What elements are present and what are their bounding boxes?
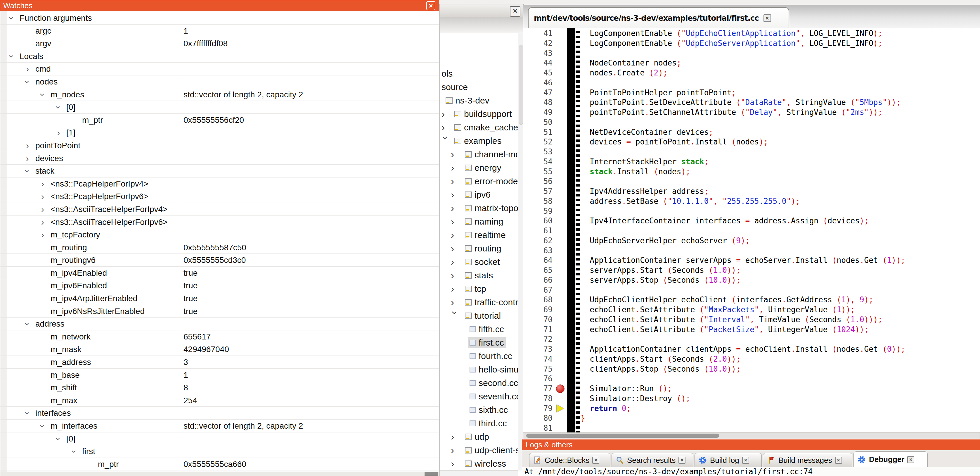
tree-item-fifth-cc[interactable]: fifth.cc	[440, 323, 518, 336]
chevron-down-icon[interactable]: ›	[37, 90, 48, 100]
tree-horizontal-scrollbar[interactable]	[440, 470, 518, 476]
chevron-right-icon[interactable]: ›	[38, 216, 48, 228]
tree-cell[interactable]: error-model	[463, 176, 518, 187]
tree-item-socket[interactable]: ›socket	[440, 255, 518, 269]
code-line-42[interactable]: 42 LogComponentEnable ("UdpEchoServerApp…	[523, 38, 980, 48]
close-icon[interactable]: ×	[426, 1, 435, 10]
tree-scrollbar-thumb[interactable]	[519, 45, 523, 125]
tree-item-tcp[interactable]: ›tcp	[440, 282, 518, 296]
tree-cell[interactable]: tcp	[463, 283, 488, 294]
code-line-61[interactable]: 61	[523, 226, 980, 236]
watch-row[interactable]: ›stack	[0, 165, 439, 177]
chevron-right-icon[interactable]: ›	[451, 282, 460, 295]
chevron-right-icon[interactable]: ›	[451, 148, 460, 161]
code-line-74[interactable]: 74 clientApps.Start (Seconds (2.0));	[523, 354, 980, 364]
line-number[interactable]: 50	[523, 117, 552, 127]
watch-row[interactable]: argc1	[0, 24, 439, 37]
tree-item-error-model[interactable]: ›error-model	[440, 174, 518, 188]
tree-item-first-cc[interactable]: first.cc	[440, 336, 518, 350]
tree-item-examples[interactable]: ›examples	[440, 134, 518, 148]
line-number[interactable]: 70	[523, 315, 552, 324]
tree-item-channel-models[interactable]: ›channel-models	[440, 148, 518, 161]
tree-item-traffic-control[interactable]: ›traffic-control	[440, 296, 518, 309]
close-icon[interactable]: ×	[678, 457, 686, 464]
code-line-60[interactable]: 60 Ipv4InterfaceContainer interfaces = a…	[523, 216, 980, 226]
tree-item-hello-simulator-cc[interactable]: hello-simulator.cc	[440, 363, 518, 376]
line-number[interactable]: 80	[523, 413, 552, 423]
chevron-right-icon[interactable]: ›	[451, 188, 460, 201]
line-number[interactable]: 65	[523, 265, 552, 275]
watch-row[interactable]: argv0x7fffffffdf08	[0, 37, 439, 50]
line-number[interactable]: 42	[523, 38, 552, 48]
chevron-right-icon[interactable]: ›	[38, 203, 48, 215]
logs-tab-code-blocks[interactable]: Code::Blocks×	[529, 453, 610, 467]
tree-item-fourth-cc[interactable]: fourth.cc	[440, 350, 518, 363]
line-number[interactable]: 61	[523, 226, 552, 236]
line-number[interactable]: 56	[523, 176, 552, 186]
watch-row[interactable]: ›[1]	[0, 126, 439, 139]
chevron-right-icon[interactable]: ›	[54, 127, 64, 139]
chevron-right-icon[interactable]: ›	[451, 269, 460, 281]
close-icon[interactable]: ×	[742, 457, 749, 464]
tree-cell[interactable]: udp-client-server	[463, 445, 518, 456]
watch-row[interactable]: ›cmd	[0, 62, 439, 75]
line-number[interactable]: 72	[523, 334, 552, 344]
logs-tab-search-results[interactable]: Search results×	[612, 453, 694, 467]
chevron-down-icon[interactable]: ›	[22, 319, 33, 329]
line-number[interactable]: 46	[523, 78, 552, 88]
watch-row[interactable]: m_ipv6NsRsJitterEnabledtrue	[0, 305, 439, 318]
watch-row[interactable]: m_network655617	[0, 331, 439, 343]
management-caption-bar[interactable]: ×	[440, 5, 523, 17]
tree-cell[interactable]: ols	[440, 68, 454, 79]
close-icon[interactable]: ×	[907, 456, 914, 463]
editor-scrollbar-thumb[interactable]	[526, 434, 719, 438]
watch-row[interactable]: ›m_nodesstd::vector of length 2, capacit…	[0, 88, 439, 101]
code-line-44[interactable]: 44 NodeContainer nodes;	[523, 58, 980, 68]
code-line-79[interactable]: 79 return 0;	[523, 404, 980, 414]
line-number[interactable]: 49	[523, 107, 552, 117]
tree-cell[interactable]: cmake_cache	[453, 122, 518, 133]
code-line-56[interactable]: 56	[523, 176, 980, 186]
close-icon[interactable]: ×	[592, 457, 599, 464]
tree-item-stats[interactable]: ›stats	[440, 269, 518, 282]
tree-cell[interactable]: ipv6	[463, 189, 492, 200]
chevron-down-icon[interactable]: ›	[449, 311, 462, 320]
code-line-72[interactable]: 72	[523, 334, 980, 344]
line-number[interactable]: 54	[523, 157, 552, 167]
close-icon[interactable]: ×	[510, 6, 520, 17]
code-line-53[interactable]: 53	[523, 147, 980, 157]
line-number[interactable]: 52	[523, 137, 552, 147]
tree-cell[interactable]: fourth.cc	[468, 351, 514, 362]
tree-cell[interactable]: wireless	[463, 458, 508, 469]
chevron-right-icon[interactable]: ›	[451, 444, 460, 457]
chevron-right-icon[interactable]: ›	[451, 174, 460, 187]
tree-item-udp[interactable]: ›udp	[440, 430, 518, 444]
chevron-right-icon[interactable]: ›	[22, 153, 32, 165]
line-number[interactable]: 78	[523, 393, 552, 404]
line-number[interactable]: 66	[523, 275, 552, 285]
tree-cell[interactable]: ns-3-dev	[444, 95, 491, 106]
watch-row[interactable]: m_ipv4Enabledtrue	[0, 267, 439, 280]
code-line-67[interactable]: 67	[523, 285, 980, 295]
code-line-73[interactable]: 73 ApplicationContainer clientApps = ech…	[523, 344, 980, 354]
line-number[interactable]: 81	[523, 423, 552, 433]
tree-item-realtime[interactable]: ›realtime	[440, 228, 518, 242]
code-line-70[interactable]: 70 echoClient.SetAttribute ("Interval", …	[523, 315, 980, 324]
code-line-64[interactable]: 64 ApplicationContainer serverApps = ech…	[523, 255, 980, 265]
tree-item-sixth-cc[interactable]: sixth.cc	[440, 403, 518, 417]
code-line-41[interactable]: 41 LogComponentEnable ("UdpEchoClientApp…	[523, 28, 980, 38]
code-line-81[interactable]: 81	[523, 423, 980, 433]
chevron-right-icon[interactable]: ›	[451, 228, 460, 241]
tree-item-naming[interactable]: ›naming	[440, 215, 518, 228]
chevron-right-icon[interactable]: ›	[451, 296, 460, 308]
code-line-55[interactable]: 55 stack.Install (nodes);	[523, 167, 980, 177]
tree-cell[interactable]: socket	[463, 256, 502, 268]
chevron-down-icon[interactable]: ›	[6, 13, 18, 23]
line-number[interactable]: 68	[523, 295, 552, 305]
code-line-49[interactable]: 49 pointToPoint.SetChannelAttribute ("De…	[523, 107, 980, 117]
tree-item-ipv6[interactable]: ›ipv6	[440, 188, 518, 201]
watch-row[interactable]: ›<ns3::AsciiTraceHelperForIpv6>	[0, 216, 439, 228]
code-line-68[interactable]: 68 UdpEchoClientHelper echoClient (inter…	[523, 295, 980, 305]
watch-row[interactable]: m_ptr0x5555555ca660	[0, 458, 439, 471]
line-number[interactable]: 62	[523, 236, 552, 246]
